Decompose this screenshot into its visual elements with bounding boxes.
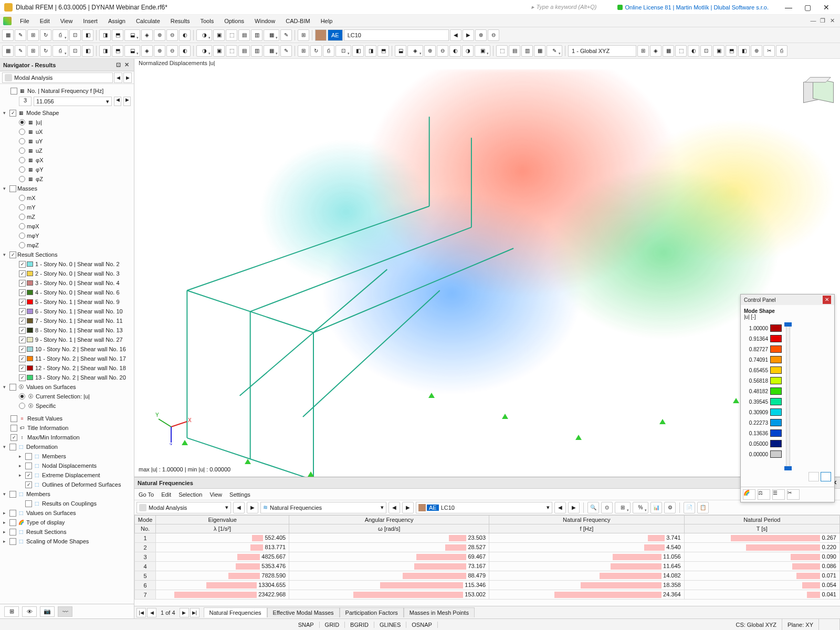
toolbar-button[interactable]: ▦ xyxy=(534,45,545,57)
frequencies-table[interactable]: ModeEigenvalueAngular FrequencyNatural F… xyxy=(134,515,840,600)
close-button[interactable]: ✕ xyxy=(817,1,836,14)
legend-opt-1[interactable] xyxy=(808,472,819,481)
toolbar-button[interactable]: ⊖ xyxy=(488,29,499,41)
table-tab[interactable]: Participation Factors xyxy=(340,607,404,617)
keyword-search-hint[interactable]: ▸ Type a keyword (Alt+Q) xyxy=(531,4,596,10)
table-row[interactable]: 7 23422.968 153.002 24.364 0.041 xyxy=(135,590,840,600)
table-tool-5[interactable]: 📊 xyxy=(650,502,662,513)
status-plane[interactable]: Plane: XY xyxy=(782,619,819,630)
toolbar-button[interactable]: ⊖ xyxy=(166,29,178,41)
menu-window[interactable]: Window xyxy=(249,16,280,26)
toolbar-button[interactable]: ⊡ xyxy=(69,29,81,41)
toolbar-button[interactable]: ⊡ xyxy=(69,45,81,57)
table-tab[interactable]: Natural Frequencies xyxy=(204,607,267,617)
radio[interactable] xyxy=(19,129,25,135)
legend-opt-2[interactable] xyxy=(821,472,831,481)
toolbar-button[interactable]: ⊕ xyxy=(475,29,487,41)
checkbox[interactable]: ✓ xyxy=(19,355,26,362)
navigator-tree[interactable]: ▦No. | Natural Frequency f [Hz] 3 11.056… xyxy=(0,84,134,604)
table-tool-6[interactable]: ⚙ xyxy=(664,502,676,513)
control-panel-close-icon[interactable]: ✕ xyxy=(823,296,831,304)
table-tool-4[interactable]: % xyxy=(633,502,648,513)
mode-number-input[interactable]: 3 xyxy=(19,97,32,106)
toolbar-button[interactable]: ▦ xyxy=(264,29,279,41)
toolbar-button[interactable]: ◐ xyxy=(688,45,699,57)
radio[interactable] xyxy=(19,157,25,163)
toolbar-button[interactable]: ⎙ xyxy=(52,29,68,41)
maximize-button[interactable]: ▢ xyxy=(798,1,817,14)
checkbox[interactable]: ✓ xyxy=(19,261,26,268)
toolbar-button[interactable]: ◐ xyxy=(179,29,191,41)
nav-tab-views[interactable]: 📷 xyxy=(40,606,55,617)
table-row[interactable]: 3 4825.667 69.467 11.056 0.090 xyxy=(135,552,840,562)
radio[interactable] xyxy=(19,166,25,173)
toolbar-button[interactable]: ⊞ xyxy=(298,29,309,41)
toolbar-button[interactable]: ✎ xyxy=(547,45,562,57)
status-cs[interactable]: CS: Global XYZ xyxy=(730,619,782,630)
toolbar-button[interactable]: ◐ xyxy=(449,45,461,57)
child-close-icon[interactable]: ✕ xyxy=(828,17,836,24)
toolbar-button[interactable]: ◑ xyxy=(462,45,474,57)
toolbar-button[interactable]: ◈ xyxy=(141,45,153,57)
table-row[interactable]: 5 7828.590 88.479 14.082 0.071 xyxy=(135,571,840,581)
toolbar-button[interactable]: ⬚ xyxy=(496,45,508,57)
radio[interactable] xyxy=(19,195,25,201)
toolbar-button[interactable]: ⎙ xyxy=(323,45,334,57)
table-menu-selection[interactable]: Selection xyxy=(178,491,202,498)
toolbar-button[interactable]: ◧ xyxy=(82,29,93,41)
toolbar-button[interactable]: ◨ xyxy=(99,29,111,41)
toolbar-button[interactable]: ▶ xyxy=(463,29,474,41)
menu-cad-bim[interactable]: CAD-BIM xyxy=(280,16,315,26)
menu-file[interactable]: File xyxy=(15,16,35,26)
toolbar-button[interactable]: ◧ xyxy=(82,45,93,57)
table-cat-prev-button[interactable]: ◀ xyxy=(388,502,400,513)
table-tab[interactable]: Effective Modal Masses xyxy=(267,607,340,617)
cp-tab-clip[interactable]: ✂ xyxy=(787,489,800,500)
toolbar-button[interactable]: ◈ xyxy=(407,45,423,57)
toolbar-button[interactable]: ▦ xyxy=(663,45,674,57)
toolbar-button[interactable]: ◑ xyxy=(196,45,212,57)
checkbox[interactable]: ✓ xyxy=(19,308,26,315)
radio[interactable] xyxy=(19,204,25,211)
menu-tools[interactable]: Tools xyxy=(195,16,219,26)
toolbar-button[interactable]: ⊕ xyxy=(154,45,165,57)
checkbox[interactable]: ✓ xyxy=(19,365,26,372)
next-analysis-button[interactable]: ▶ xyxy=(123,72,132,83)
radio[interactable] xyxy=(19,176,25,182)
toolbar-button[interactable]: ⎙ xyxy=(52,45,68,57)
menu-insert[interactable]: Insert xyxy=(78,16,103,26)
toolbar-button[interactable]: ▣ xyxy=(475,45,490,57)
table-tool-8[interactable]: 📋 xyxy=(697,502,709,513)
checkbox[interactable]: ✓ xyxy=(19,299,26,306)
menu-assign[interactable]: Assign xyxy=(103,16,131,26)
toolbar-button[interactable]: ▥ xyxy=(521,45,533,57)
nav-close-icon[interactable]: ✕ xyxy=(122,61,131,68)
nav-tab-results[interactable]: 〰 xyxy=(58,606,72,617)
checkbox[interactable]: ✓ xyxy=(19,346,26,353)
table-category-selector[interactable]: ≋Natural Frequencies▾ xyxy=(260,502,386,513)
radio[interactable] xyxy=(19,119,25,125)
toolbar-button[interactable]: ✎ xyxy=(280,29,292,41)
toolbar-button[interactable]: ⊖ xyxy=(437,45,448,57)
toolbar-button[interactable]: ⬒ xyxy=(377,45,389,57)
prev-mode-button[interactable]: ◀ xyxy=(114,97,121,106)
prev-analysis-button[interactable]: ◀ xyxy=(114,72,122,83)
checkbox[interactable]: ✓ xyxy=(19,318,26,324)
radio[interactable] xyxy=(19,223,25,229)
menu-view[interactable]: View xyxy=(55,16,78,26)
radio[interactable] xyxy=(19,242,25,248)
table-lc-next-button[interactable]: ▶ xyxy=(568,502,580,513)
page-prev-button[interactable]: ◀ xyxy=(147,608,156,617)
toolbar-button[interactable]: ◑ xyxy=(196,29,212,41)
toolbar-button[interactable]: ▣ xyxy=(213,29,225,41)
cp-tab-list[interactable]: ☰ xyxy=(772,489,785,500)
page-first-button[interactable]: |◀ xyxy=(136,608,146,617)
radio[interactable] xyxy=(19,233,25,239)
table-lc-prev-button[interactable]: ◀ xyxy=(554,502,566,513)
frequency-value[interactable]: 11.056▾ xyxy=(34,97,112,106)
table-row[interactable]: 4 5353.476 73.167 11.645 0.086 xyxy=(135,562,840,571)
child-minimize-icon[interactable]: — xyxy=(810,17,817,24)
checkbox[interactable]: ✓ xyxy=(19,270,26,277)
toolbar-button[interactable]: ◀ xyxy=(450,29,461,41)
table-loadcase-selector[interactable]: AELC10▾ xyxy=(416,502,552,513)
